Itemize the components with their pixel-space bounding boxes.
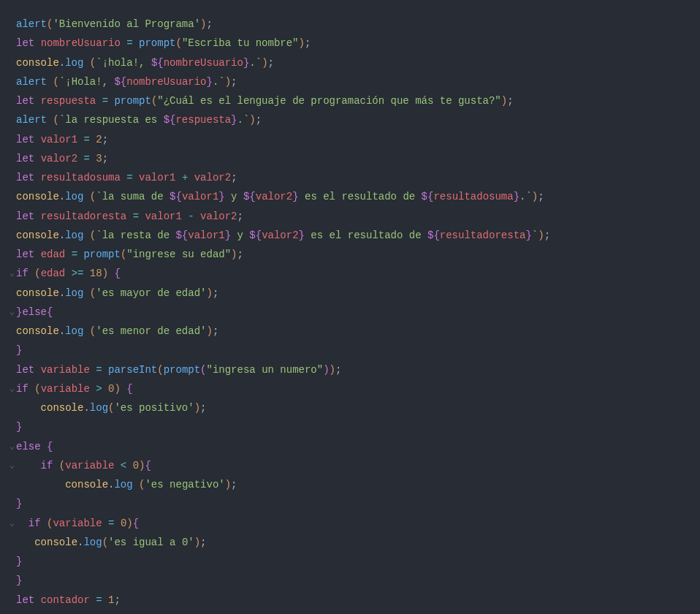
code-line[interactable]: alert (`¡Hola!, ${nombreUsuario}.`);: [0, 72, 700, 91]
token-punc: ;: [237, 249, 243, 260]
code-content[interactable]: if (variable > 0) {: [16, 379, 133, 398]
token-paren1: ): [194, 402, 200, 414]
code-content[interactable]: console.log('es positivo');: [16, 398, 206, 417]
code-line[interactable]: alert('Bienvenido al Programa');: [0, 15, 700, 34]
code-line[interactable]: let resultadoresta = valor1 - valor2;: [0, 207, 700, 226]
token-num: 0: [133, 460, 139, 471]
code-content[interactable]: }: [16, 494, 22, 513]
fold-gutter[interactable]: ⌄: [0, 514, 16, 533]
code-content[interactable]: }: [16, 341, 22, 360]
token-kw: else: [16, 441, 41, 452]
chevron-down-icon[interactable]: ⌄: [9, 518, 15, 528]
code-line[interactable]: alert (`la respuesta es ${respuesta}.`);: [0, 110, 700, 129]
code-line[interactable]: console.log (`la resta de ${valor1} y ${…: [0, 226, 700, 245]
fold-gutter[interactable]: ⌄: [0, 264, 16, 283]
code-content[interactable]: let variable = parseInt(prompt("ingresa …: [16, 360, 341, 379]
token-brace: }: [16, 556, 22, 567]
fold-gutter[interactable]: ⌄: [0, 456, 16, 475]
fold-gutter[interactable]: ⌄: [0, 437, 16, 456]
code-content[interactable]: console.log ('es negativo');: [16, 475, 237, 494]
token-op: =: [102, 95, 108, 107]
code-content[interactable]: }: [16, 417, 22, 436]
code-content[interactable]: if (variable < 0){: [16, 456, 151, 475]
chevron-down-icon[interactable]: ⌄: [9, 268, 15, 278]
code-content[interactable]: }: [16, 552, 22, 571]
code-content[interactable]: console.log('es igual a 0');: [16, 533, 207, 552]
code-content[interactable]: alert('Bienvenido al Programa');: [16, 15, 213, 34]
token-fn: log: [90, 402, 108, 414]
code-line[interactable]: }: [0, 552, 700, 571]
token-brace: ${: [170, 191, 182, 202]
code-content[interactable]: if (variable = 0){: [16, 514, 139, 533]
token-kw: let: [16, 37, 34, 49]
code-content[interactable]: let resultadosuma = valor1 + valor2;: [16, 168, 237, 187]
code-content[interactable]: }else{: [16, 303, 53, 322]
code-line[interactable]: console.log (`¡hola!, ${nombreUsuario}.`…: [0, 53, 700, 72]
code-content[interactable]: if (edad >= 18) {: [16, 264, 121, 283]
code-line[interactable]: let edad = prompt("ingrese su edad");: [0, 245, 700, 264]
token-fn: prompt: [114, 95, 151, 107]
chevron-down-icon[interactable]: ⌄: [9, 384, 15, 394]
code-content[interactable]: console.log (`la resta de ${valor1} y ${…: [16, 226, 550, 245]
code-line[interactable]: console.log ('es mayor de edad');: [0, 284, 700, 303]
code-line[interactable]: let nombreUsuario = prompt("Escriba tu n…: [0, 34, 700, 53]
fold-gutter[interactable]: ⌄: [0, 379, 16, 398]
code-content[interactable]: alert (`la respuesta es ${respuesta}.`);: [16, 110, 262, 129]
token-default: [65, 268, 71, 279]
code-content[interactable]: let valor1 = 2;: [16, 130, 108, 149]
code-line[interactable]: let respuesta = prompt("¿Cuál es el leng…: [0, 91, 700, 110]
code-content[interactable]: let nombreUsuario = prompt("Escriba tu n…: [16, 34, 311, 53]
code-line[interactable]: let variable = parseInt(prompt("ingresa …: [0, 360, 700, 379]
code-line[interactable]: ⌄ if (variable < 0){: [0, 456, 700, 475]
fold-gutter[interactable]: ⌄: [0, 303, 16, 322]
code-line[interactable]: let contador = 1;: [0, 591, 700, 610]
token-default: [34, 134, 40, 145]
code-content[interactable]: else {: [16, 437, 53, 456]
token-default: [90, 383, 96, 395]
token-op: =: [126, 37, 132, 49]
code-content[interactable]: let respuesta = prompt("¿Cuál es el leng…: [16, 91, 514, 110]
code-content[interactable]: console.log ('es menor de edad');: [16, 322, 218, 341]
code-editor[interactable]: alert('Bienvenido al Programa');let nomb…: [0, 0, 700, 610]
token-default: [16, 460, 41, 471]
token-punc: ;: [544, 230, 550, 241]
token-default: [83, 191, 89, 202]
code-line[interactable]: }: [0, 571, 700, 590]
code-line[interactable]: let resultadosuma = valor1 + valor2;: [0, 168, 700, 187]
token-fn: log: [65, 287, 83, 299]
token-paren2: {: [133, 518, 139, 529]
code-line[interactable]: console.log('es igual a 0');: [0, 533, 700, 552]
code-line[interactable]: console.log (`la suma de ${valor1} y ${v…: [0, 187, 700, 206]
code-line[interactable]: }: [0, 341, 700, 360]
code-line[interactable]: }: [0, 417, 700, 436]
code-line[interactable]: ⌄if (variable > 0) {: [0, 379, 700, 398]
token-var: edad: [41, 268, 66, 279]
code-line[interactable]: console.log('es positivo');: [0, 398, 700, 417]
code-content[interactable]: alert (`¡Hola!, ${nombreUsuario}.`);: [16, 72, 237, 91]
code-line[interactable]: ⌄}else{: [0, 303, 700, 322]
code-content[interactable]: let contador = 1;: [16, 591, 121, 610]
code-content[interactable]: console.log (`la suma de ${valor1} y ${v…: [16, 187, 544, 206]
token-punc: .: [59, 287, 65, 299]
code-line[interactable]: ⌄ if (variable = 0){: [0, 514, 700, 533]
code-line[interactable]: }: [0, 494, 700, 513]
code-content[interactable]: let resultadoresta = valor1 - valor2;: [16, 207, 243, 226]
token-paren1: ): [114, 383, 120, 395]
code-line[interactable]: ⌄else {: [0, 437, 700, 456]
code-content[interactable]: let edad = prompt("ingrese su edad");: [16, 245, 243, 264]
chevron-down-icon[interactable]: ⌄: [9, 307, 15, 317]
code-content[interactable]: }: [16, 571, 22, 590]
code-line[interactable]: let valor2 = 3;: [0, 149, 700, 168]
code-content[interactable]: console.log ('es mayor de edad');: [16, 284, 218, 303]
token-var: variable: [41, 383, 90, 395]
token-punc: ;: [231, 172, 237, 183]
code-line[interactable]: ⌄if (edad >= 18) {: [0, 264, 700, 283]
token-brace: }: [225, 230, 231, 241]
code-line[interactable]: console.log ('es negativo');: [0, 475, 700, 494]
code-content[interactable]: let valor2 = 3;: [16, 149, 108, 168]
chevron-down-icon[interactable]: ⌄: [9, 460, 15, 471]
code-content[interactable]: console.log (`¡hola!, ${nombreUsuario}.`…: [16, 53, 274, 72]
code-line[interactable]: console.log ('es menor de edad');: [0, 322, 700, 341]
chevron-down-icon[interactable]: ⌄: [9, 441, 15, 452]
code-line[interactable]: let valor1 = 2;: [0, 130, 700, 149]
